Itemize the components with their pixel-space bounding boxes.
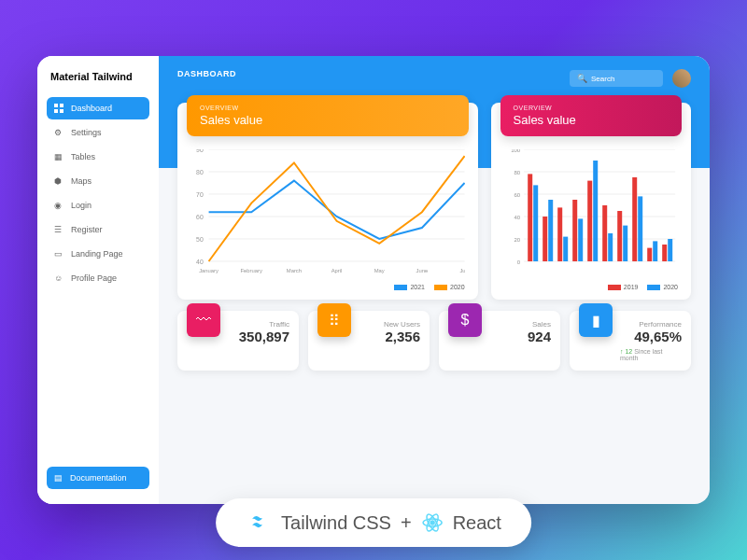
app-window: Material Tailwind Dashboard ⚙ Settings ▦… <box>37 56 710 504</box>
sidebar-item-settings[interactable]: ⚙ Settings <box>47 121 149 144</box>
sidebar-item-profile[interactable]: ☺ Profile Page <box>47 267 149 289</box>
legend-item: 2020 <box>434 284 465 290</box>
svg-rect-3 <box>60 109 63 113</box>
stat-icon: 〰 <box>187 303 220 337</box>
svg-rect-36 <box>533 185 538 261</box>
search-icon: 🔍 <box>577 74 587 83</box>
svg-point-55 <box>430 521 434 525</box>
search-input[interactable] <box>591 75 655 83</box>
documentation-button[interactable]: ▤ Documentation <box>47 467 149 489</box>
svg-rect-45 <box>602 205 607 261</box>
svg-text:April: April <box>331 268 343 273</box>
svg-text:80: 80 <box>514 170 520 175</box>
svg-rect-49 <box>632 177 637 261</box>
stat-text: New Users 2,356 <box>359 320 420 361</box>
sidebar-item-label: Maps <box>71 176 92 186</box>
stat-card: 〰 Traffic 350,897 <box>177 311 299 371</box>
stat-card: ⠿ New Users 2,356 <box>308 311 430 371</box>
svg-text:60: 60 <box>196 214 204 220</box>
svg-text:June: June <box>416 268 429 273</box>
svg-rect-52 <box>653 241 657 261</box>
card-header: OVERVIEW Sales value <box>187 95 469 136</box>
svg-text:January: January <box>199 268 218 273</box>
user-icon: ☺ <box>54 273 63 283</box>
line-chart-card: OVERVIEW Sales value 405060708090January… <box>177 103 478 300</box>
content: OVERVIEW Sales value 405060708090January… <box>159 103 710 384</box>
stat-label: Performance <box>639 320 682 329</box>
table-icon: ▦ <box>54 152 63 161</box>
stat-icon: ▮ <box>579 303 613 337</box>
svg-rect-50 <box>638 196 642 261</box>
svg-text:90: 90 <box>196 149 204 153</box>
sidebar-item-label: Login <box>71 201 92 210</box>
gear-icon: ⚙ <box>54 128 63 137</box>
legend: 2019 2020 <box>504 284 678 290</box>
search-box[interactable]: 🔍 <box>570 70 663 87</box>
stat-text: Traffic 350,897 <box>228 320 289 361</box>
svg-text:50: 50 <box>196 236 204 243</box>
sidebar-item-label: Profile Page <box>71 273 117 283</box>
svg-rect-46 <box>608 233 613 261</box>
sidebar-item-label: Dashboard <box>71 104 112 113</box>
svg-rect-53 <box>662 245 667 261</box>
sidebar-item-maps[interactable]: ⬢ Maps <box>47 170 149 192</box>
stat-card: $ Sales 924 <box>439 311 560 371</box>
doc-label: Documentation <box>70 473 127 483</box>
stat-card: ▮ Performance 49,65% ↑ 12 Since last mon… <box>570 311 691 371</box>
line-chart: 405060708090JanuaryFebruaryMarchAprilMay… <box>190 149 465 280</box>
stat-value: 2,356 <box>385 329 420 344</box>
svg-rect-40 <box>563 237 568 261</box>
svg-text:40: 40 <box>514 215 520 220</box>
fingerprint-icon: ◉ <box>54 201 63 210</box>
svg-rect-0 <box>54 104 58 107</box>
sidebar-item-register[interactable]: ☰ Register <box>47 218 149 241</box>
stat-value: 924 <box>528 329 551 344</box>
card-header: OVERVIEW Sales value <box>500 95 682 136</box>
svg-text:60: 60 <box>514 192 520 198</box>
legend-item: 2020 <box>647 284 678 290</box>
sidebar-item-label: Settings <box>71 128 102 137</box>
svg-text:February: February <box>241 268 262 273</box>
line-chart-body: 405060708090JanuaryFebruaryMarchAprilMay… <box>177 136 478 300</box>
sidebar-item-login[interactable]: ◉ Login <box>47 194 149 217</box>
legend-swatch <box>434 285 447 290</box>
sidebar: Material Tailwind Dashboard ⚙ Settings ▦… <box>37 56 159 504</box>
sidebar-item-label: Tables <box>71 152 95 161</box>
svg-text:70: 70 <box>196 191 204 198</box>
header-right: 🔍 <box>570 69 691 88</box>
svg-rect-41 <box>572 200 577 261</box>
svg-rect-47 <box>617 211 622 261</box>
svg-rect-54 <box>668 239 672 261</box>
legend-item: 2019 <box>608 284 639 290</box>
svg-rect-39 <box>557 207 562 261</box>
svg-rect-51 <box>647 248 652 261</box>
form-icon: ☰ <box>54 225 63 234</box>
overview-label: OVERVIEW <box>514 105 669 111</box>
bar-chart-card: OVERVIEW Sales value 020406080100 2019 2… <box>491 103 691 300</box>
svg-text:July: July <box>459 268 464 273</box>
page-icon: ▭ <box>54 249 63 259</box>
svg-rect-43 <box>587 181 592 261</box>
map-icon: ⬢ <box>54 176 63 186</box>
svg-text:40: 40 <box>196 259 204 265</box>
svg-rect-48 <box>623 226 627 261</box>
sidebar-item-landing[interactable]: ▭ Landing Page <box>47 243 149 265</box>
stat-value: 49,65% <box>634 329 682 344</box>
stat-text: Sales 924 <box>489 320 551 361</box>
svg-text:0: 0 <box>516 259 520 265</box>
sidebar-item-dashboard[interactable]: Dashboard <box>47 97 149 119</box>
svg-text:80: 80 <box>196 169 204 175</box>
tailwind-icon <box>246 514 272 531</box>
avatar[interactable] <box>672 69 691 88</box>
tailwind-text: Tailwind CSS <box>281 512 391 534</box>
svg-text:May: May <box>374 268 385 273</box>
card-title: Sales value <box>514 113 669 127</box>
sidebar-item-tables[interactable]: ▦ Tables <box>47 146 149 168</box>
svg-rect-37 <box>543 217 547 261</box>
svg-text:20: 20 <box>514 237 520 243</box>
stat-row: 〰 Traffic 350,897 ⠿ New Users 2,356 $ Sa… <box>177 311 691 371</box>
doc-icon: ▤ <box>54 473 63 483</box>
react-text: React <box>453 512 501 534</box>
stat-text: Performance 49,65% ↑ 12 Since last month <box>620 320 682 361</box>
stat-label: New Users <box>384 320 420 329</box>
